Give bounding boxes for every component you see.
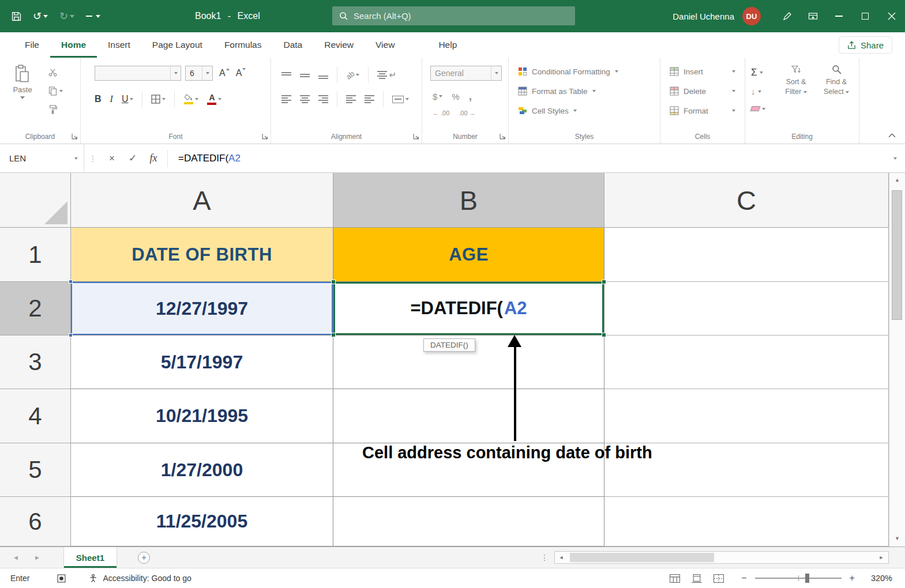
currency-button[interactable]: $ bbox=[433, 92, 442, 101]
tab-help[interactable]: Help bbox=[427, 32, 468, 58]
shrink-font-button[interactable]: A bbox=[236, 68, 246, 78]
borders-button[interactable] bbox=[151, 95, 166, 104]
cell-c4[interactable] bbox=[604, 389, 889, 443]
tab-insert[interactable]: Insert bbox=[97, 32, 141, 58]
align-left-button[interactable] bbox=[281, 95, 291, 103]
customize-quick-access-button[interactable] bbox=[86, 15, 100, 18]
find-select-button[interactable]: Find & Select bbox=[818, 65, 855, 97]
cancel-button[interactable]: × bbox=[102, 153, 122, 164]
zoom-slider-thumb[interactable] bbox=[805, 574, 809, 583]
sheet-nav-left-button[interactable]: ◄ bbox=[13, 554, 19, 561]
cell-b6[interactable] bbox=[333, 497, 604, 546]
tab-data[interactable]: Data bbox=[272, 32, 313, 58]
grow-font-button[interactable]: A bbox=[219, 68, 230, 78]
align-top-button[interactable] bbox=[281, 71, 291, 79]
selection-handle[interactable] bbox=[331, 333, 336, 337]
tab-splitter-handle[interactable]: ⋮ bbox=[540, 553, 549, 562]
cell-c2[interactable] bbox=[604, 282, 889, 336]
align-bottom-button[interactable] bbox=[318, 71, 328, 79]
insert-function-button[interactable]: fx bbox=[143, 152, 164, 164]
column-header-a[interactable]: A bbox=[71, 173, 333, 228]
cell-a1[interactable]: DATE OF BIRTH bbox=[71, 228, 333, 282]
page-break-view-icon[interactable] bbox=[714, 574, 724, 583]
selection-handle[interactable] bbox=[331, 280, 336, 284]
share-button[interactable]: Share bbox=[839, 36, 892, 54]
align-middle-button[interactable] bbox=[300, 71, 310, 79]
scroll-right-button[interactable]: ► bbox=[876, 555, 887, 560]
maximize-button[interactable] bbox=[852, 0, 878, 32]
vertical-scroll-thumb[interactable] bbox=[892, 190, 902, 320]
cell-c6[interactable] bbox=[604, 497, 889, 546]
insert-cells-button[interactable]: Insert bbox=[670, 67, 735, 76]
orientation-button[interactable]: ab bbox=[346, 71, 359, 80]
ribbon-display-options-button[interactable] bbox=[800, 12, 825, 21]
sort-filter-button[interactable]: Sort & Filter bbox=[778, 65, 814, 97]
conditional-formatting-button[interactable]: Conditional Formatting bbox=[518, 67, 618, 76]
sheet-nav-right-button[interactable]: ► bbox=[34, 554, 40, 561]
cell-a4[interactable]: 10/21/1995 bbox=[71, 389, 333, 443]
clipboard-dialog-launcher[interactable] bbox=[72, 133, 78, 140]
cell-a6[interactable]: 11/25/2005 bbox=[71, 497, 333, 546]
zoom-in-button[interactable]: + bbox=[850, 573, 855, 583]
cell-a5[interactable]: 1/27/2000 bbox=[71, 443, 333, 497]
reference-handle[interactable] bbox=[69, 280, 73, 284]
font-dialog-launcher[interactable] bbox=[262, 133, 268, 140]
copy-button[interactable] bbox=[48, 86, 63, 96]
format-cells-button[interactable]: Format bbox=[670, 106, 735, 115]
cell-b2[interactable]: =DATEDIF(A2 bbox=[333, 282, 604, 336]
search-input[interactable] bbox=[354, 11, 568, 21]
row-header-3[interactable]: 3 bbox=[0, 336, 71, 389]
horizontal-scroll-thumb[interactable] bbox=[570, 553, 714, 562]
align-right-button[interactable] bbox=[318, 95, 328, 103]
save-button[interactable] bbox=[12, 12, 21, 21]
decrease-decimal-button[interactable]: .00→ bbox=[459, 110, 475, 116]
clear-button[interactable] bbox=[751, 106, 765, 111]
zoom-slider[interactable] bbox=[755, 578, 842, 579]
close-button[interactable] bbox=[878, 0, 905, 32]
row-header-6[interactable]: 6 bbox=[0, 497, 71, 546]
user-name[interactable]: Daniel Uchenna bbox=[673, 12, 734, 21]
formula-bar-handle[interactable]: ⋮ bbox=[84, 154, 102, 163]
format-painter-button[interactable] bbox=[48, 105, 57, 114]
scroll-up-button[interactable]: ▲ bbox=[889, 173, 905, 187]
font-name-combobox[interactable] bbox=[95, 66, 181, 81]
pen-button[interactable] bbox=[775, 12, 800, 21]
alignment-dialog-launcher[interactable] bbox=[413, 133, 419, 140]
column-header-c[interactable]: C bbox=[604, 173, 889, 228]
avatar[interactable]: DU bbox=[742, 7, 761, 25]
tab-file[interactable]: File bbox=[14, 32, 50, 58]
font-color-button[interactable]: A bbox=[207, 93, 221, 105]
increase-decimal-button[interactable]: ←.00 bbox=[433, 110, 449, 116]
new-sheet-button[interactable]: + bbox=[138, 552, 150, 564]
tab-home[interactable]: Home bbox=[50, 32, 97, 58]
fill-button[interactable]: ↓ bbox=[751, 86, 761, 96]
cell-a3[interactable]: 5/17/1997 bbox=[71, 336, 333, 389]
align-center-button[interactable] bbox=[300, 95, 310, 103]
number-format-combobox[interactable]: General bbox=[430, 66, 502, 81]
increase-indent-button[interactable] bbox=[365, 95, 374, 103]
merge-center-button[interactable] bbox=[392, 96, 409, 103]
percent-button[interactable]: % bbox=[452, 92, 459, 101]
tab-view[interactable]: View bbox=[365, 32, 405, 58]
fill-handle[interactable] bbox=[602, 333, 606, 337]
expand-formula-bar-button[interactable] bbox=[893, 157, 897, 160]
cell-b1[interactable]: AGE bbox=[333, 228, 604, 282]
row-header-5[interactable]: 5 bbox=[0, 443, 71, 497]
cell-a2[interactable]: 12/27/1997 bbox=[71, 282, 333, 336]
select-all-corner[interactable] bbox=[0, 173, 71, 228]
delete-cells-button[interactable]: Delete bbox=[670, 86, 735, 96]
cell-b4[interactable] bbox=[333, 389, 604, 443]
tab-review[interactable]: Review bbox=[313, 32, 365, 58]
tab-developer[interactable] bbox=[405, 32, 427, 58]
normal-view-icon[interactable] bbox=[670, 574, 680, 583]
cell-styles-button[interactable]: Cell Styles bbox=[518, 106, 577, 115]
tab-formulas[interactable]: Formulas bbox=[213, 32, 273, 58]
macro-record-button[interactable] bbox=[57, 574, 66, 583]
number-dialog-launcher[interactable] bbox=[500, 133, 506, 140]
undo-button[interactable]: ↺ bbox=[33, 11, 48, 21]
formula-input[interactable]: =DATEDIF(A2 bbox=[178, 153, 241, 164]
autosum-button[interactable]: Σ bbox=[751, 67, 763, 78]
bold-button[interactable]: B bbox=[95, 94, 102, 104]
collapse-ribbon-button[interactable] bbox=[888, 133, 896, 138]
paste-button[interactable]: Paste bbox=[6, 65, 39, 99]
